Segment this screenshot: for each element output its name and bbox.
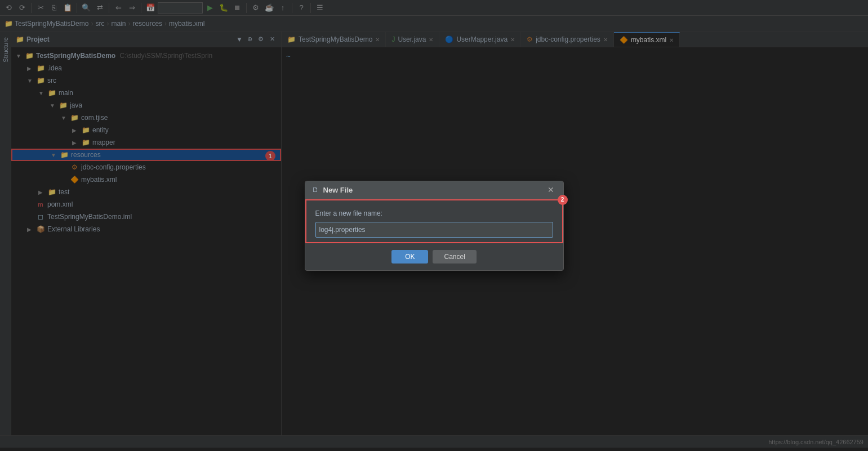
modal-overlay: 🗋 New File ✕ 2 Enter a new file name: OK… (0, 0, 868, 451)
new-file-input[interactable] (315, 222, 553, 238)
dialog-footer: OK Cancel (305, 243, 563, 270)
dialog-header: 🗋 New File ✕ (305, 181, 563, 199)
dialog-ok-button[interactable]: OK (391, 250, 428, 264)
new-file-dialog: 🗋 New File ✕ 2 Enter a new file name: OK… (305, 181, 564, 271)
dialog-title: New File (323, 186, 541, 194)
dialog-icon: 🗋 (312, 186, 319, 194)
dialog-label: Enter a new file name: (315, 209, 553, 217)
annotation-badge-2: 2 (558, 195, 568, 205)
dialog-body: 2 Enter a new file name: (305, 199, 563, 243)
dialog-cancel-button[interactable]: Cancel (433, 250, 476, 264)
dialog-close-button[interactable]: ✕ (545, 184, 557, 195)
